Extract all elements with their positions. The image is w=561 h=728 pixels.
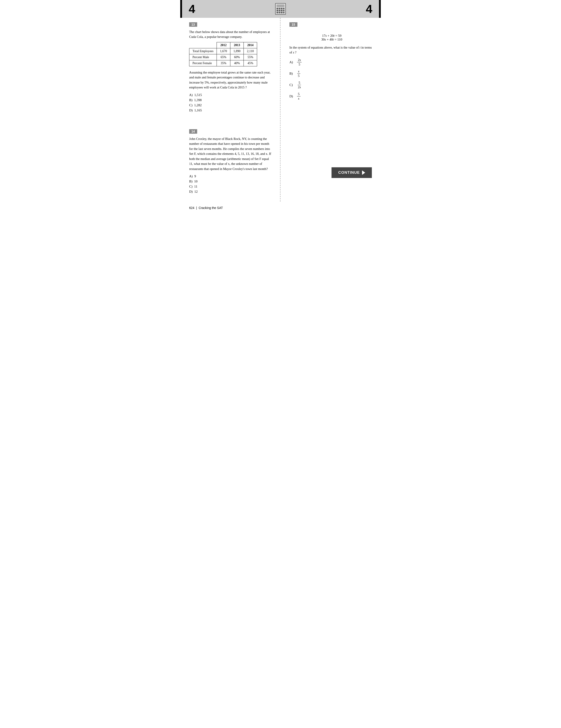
q14-number-badge: 14: [189, 129, 197, 134]
calc-btn: [279, 8, 280, 9]
q14-question: John Croxley, the mayor of Black Rock, N…: [189, 136, 273, 171]
q15-frac-a-denom: 5: [298, 62, 301, 66]
q15-fraction-b: s 5: [297, 70, 301, 78]
col-label: [189, 42, 217, 48]
cell: 60%: [230, 54, 244, 60]
q15-choice-b[interactable]: B) s 5: [289, 70, 374, 78]
row-label: Percent Male: [189, 54, 217, 60]
q13-choice-d[interactable]: D) 1,165: [189, 108, 273, 112]
calc-btn: [279, 12, 280, 13]
right-column: 15 17s + 20t = 59 30s + 40t = 110 In the…: [280, 18, 381, 202]
q15-frac-d-numer: 5: [297, 92, 301, 96]
equation-2: 30s + 40t = 110: [289, 38, 374, 41]
main-content: 13 The chart below shows data about the …: [180, 18, 381, 202]
q15-choice-a[interactable]: A) 2s 5: [289, 58, 374, 66]
q15-frac-c-numer: 5: [298, 81, 301, 85]
footer-page-book: 624 | Cracking the SAT: [189, 206, 223, 210]
cell: 2,110: [244, 48, 257, 54]
calc-btn: [283, 8, 285, 9]
header-right: 4: [361, 0, 377, 18]
page-header: 4 4: [180, 0, 381, 18]
calc-btn: [276, 8, 278, 9]
page-footer: 624 | Cracking the SAT: [180, 204, 381, 212]
q15-frac-d-denom: s: [297, 96, 300, 100]
calc-btn: [281, 10, 283, 11]
header-left-number: 4: [189, 2, 195, 16]
q13-question: Assuming the employee total grows at the…: [189, 70, 273, 90]
q13-choices: A) 1,515 B) 1,398 C) 1,282 D) 1,165: [189, 93, 273, 112]
table-row: Percent Male 65% 60% 55%: [189, 54, 257, 60]
q15-choices: A) 2s 5 B) s 5 C) 5: [289, 58, 374, 100]
q15-frac-c-denom: 2s: [297, 85, 302, 89]
q13-choice-b[interactable]: B) 1,398: [189, 98, 273, 102]
table-row: Percent Female 35% 40% 45%: [189, 60, 257, 66]
q15-choice-c[interactable]: C) 5 2s: [289, 81, 374, 89]
question-15: 15 17s + 20t = 59 30s + 40t = 110 In the…: [289, 22, 374, 100]
q15-frac-a-numer: 2s: [297, 58, 302, 62]
calc-btn: [276, 12, 278, 13]
cell: 1,890: [230, 48, 244, 54]
equation-1: 17s + 20t = 59: [289, 34, 374, 38]
q14-choices: A) 9 B) 10 C) 11 D) 12: [189, 174, 273, 194]
q15-question: In the system of equations above, what i…: [289, 45, 374, 55]
right-black-bar: [379, 0, 381, 18]
q15-fraction-d: 5 s: [297, 92, 301, 100]
table-header: 2012 2013 2014: [189, 42, 257, 48]
col-2012: 2012: [217, 42, 230, 48]
calc-btn: [281, 12, 283, 13]
cell: 35%: [217, 60, 230, 66]
cell: 1,670: [217, 48, 230, 54]
question-14: 14 John Croxley, the mayor of Black Rock…: [189, 129, 273, 194]
q13-intro: The chart below shows data about the num…: [189, 29, 273, 39]
q13-choice-a[interactable]: A) 1,515: [189, 93, 273, 97]
left-black-bar: [180, 0, 182, 18]
table-body: Total Employees 1,670 1,890 2,110 Percen…: [189, 48, 257, 66]
left-column: 13 The chart below shows data about the …: [180, 18, 280, 202]
calc-btn: [276, 10, 278, 11]
q13-choice-c[interactable]: C) 1,282: [189, 103, 273, 107]
page-number: 624: [189, 206, 194, 210]
q14-choice-b[interactable]: B) 10: [189, 180, 273, 183]
q15-fraction-a: 2s 5: [297, 58, 302, 66]
table-header-row: 2012 2013 2014: [189, 42, 257, 48]
q15-choice-a-letter: A): [289, 60, 296, 64]
q14-choice-c[interactable]: C) 11: [189, 185, 273, 188]
cell: 45%: [244, 60, 257, 66]
q15-fraction-c: 5 2s: [297, 81, 302, 89]
col-2014: 2014: [244, 42, 257, 48]
continue-label: CONTINUE: [338, 170, 360, 175]
col-2013: 2013: [230, 42, 244, 48]
cell: 55%: [244, 54, 257, 60]
calc-btn: [279, 10, 280, 11]
calc-screen: [276, 4, 285, 7]
q15-equations: 17s + 20t = 59 30s + 40t = 110: [289, 34, 374, 41]
calc-buttons: [276, 8, 285, 13]
book-title: Cracking the SAT: [199, 206, 223, 210]
continue-area: CONTINUE: [289, 167, 374, 178]
header-left: 4: [184, 0, 200, 18]
calc-btn: [283, 12, 285, 13]
header-right-number: 4: [366, 2, 372, 16]
q15-choice-c-letter: C): [289, 83, 296, 87]
calculator-icon: [275, 3, 286, 15]
calc-btn: [283, 10, 285, 11]
continue-arrow-icon: [362, 170, 365, 175]
q14-choice-d[interactable]: D) 12: [189, 190, 273, 194]
q15-frac-b-denom: 5: [297, 74, 301, 78]
q13-number-badge: 13: [189, 22, 197, 27]
cell: 40%: [230, 60, 244, 66]
question-13: 13 The chart below shows data about the …: [189, 22, 273, 112]
q13-table: 2012 2013 2014 Total Employees 1,670 1,8…: [189, 42, 257, 66]
continue-button[interactable]: CONTINUE: [332, 167, 372, 178]
calc-btn: [281, 8, 283, 9]
q15-choice-b-letter: B): [289, 72, 296, 76]
q15-choice-d-letter: D): [289, 94, 296, 98]
row-label: Percent Female: [189, 60, 217, 66]
q15-number-badge: 15: [289, 22, 297, 27]
divider: [189, 114, 273, 120]
row-label: Total Employees: [189, 48, 217, 54]
q14-choice-a[interactable]: A) 9: [189, 174, 273, 178]
q15-choice-d[interactable]: D) 5 s: [289, 92, 374, 100]
table-row: Total Employees 1,670 1,890 2,110: [189, 48, 257, 54]
cell: 65%: [217, 54, 230, 60]
